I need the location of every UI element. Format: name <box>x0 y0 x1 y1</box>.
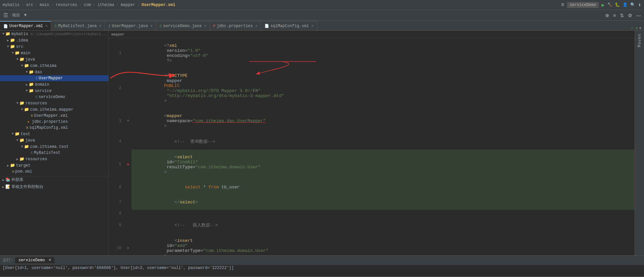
tree-mybatistest[interactable]: C MyBatisTest <box>0 150 108 156</box>
folder-icon-java-main: 📁 <box>19 57 24 62</box>
close-tab-4[interactable]: × <box>204 24 206 28</box>
toolbar-menu-icon[interactable]: ▼ <box>22 13 29 18</box>
breadcrumb-com[interactable]: com <box>84 3 91 7</box>
tree-pom[interactable]: m pom.xml <box>0 169 108 175</box>
folder-icon-java-test: 📁 <box>19 138 24 143</box>
tree-resources-test[interactable]: ▶ 📁 resources <box>0 156 108 162</box>
tree-main[interactable]: ▼ 📁 main <box>0 50 108 56</box>
file-icon-jdbc: 🔸 <box>26 120 31 124</box>
tree-resources[interactable]: ▼ 📁 resources <box>0 100 108 106</box>
tree-label-src: src <box>16 44 23 49</box>
list-btn[interactable]: ≡ <box>612 12 618 19</box>
tree-dao[interactable]: ▼ 📁 dao <box>0 69 108 75</box>
run-tab-label: serviceDemo <box>18 258 45 263</box>
tab-jdbc-properties[interactable]: P jdbc.properties × <box>210 21 261 30</box>
line-num-4: 4 <box>109 133 125 150</box>
line-content-5: <select id="findAll" resultType="com.ith… <box>131 150 635 180</box>
tree-scratch[interactable]: ▶ 📝 草稿文件和控制台 <box>0 183 108 190</box>
tab-mybatistest-java[interactable]: C MyBatisTest.java × <box>51 21 105 30</box>
file-tabs: 📄 UserMapper.xml × C MyBatisTest.java × … <box>0 21 644 31</box>
breadcrumb-resources[interactable]: resources <box>56 3 77 7</box>
close-tab-6[interactable]: × <box>311 24 314 28</box>
arrow-domain: ▶ <box>26 83 28 87</box>
tree-usermapper-xml[interactable]: X UserMapper.xml <box>0 113 108 119</box>
build-icon[interactable]: 🔨 <box>607 2 612 7</box>
tree-com-itheima[interactable]: ▼ 📁 com.itheima <box>0 63 108 69</box>
debug-icon[interactable]: 🐛 <box>615 2 620 7</box>
update-icon[interactable]: ⬆ <box>638 2 641 8</box>
tree-label-java-test: java <box>25 138 35 143</box>
collapse-btn[interactable]: — <box>635 12 643 19</box>
line-content-6: select * from tb_user <box>131 180 635 195</box>
tree-java-main[interactable]: ▼ 📁 java <box>0 56 108 63</box>
tree-com-ithiema-test[interactable]: ▼ 📁 com.ithiema.test <box>0 144 108 150</box>
sort-btn[interactable]: ⇅ <box>618 12 626 19</box>
tree-label-usermapper: UserMapper <box>39 76 63 81</box>
close-tab-2[interactable]: × <box>99 24 101 28</box>
add-btn[interactable]: ⊕ <box>604 12 611 19</box>
code-editor[interactable]: 1 <?xml version="1.0" encoding="utf-8" ?… <box>109 38 635 255</box>
line-num-7: 7 <box>109 195 125 210</box>
arrow-src: ▼ <box>7 45 9 49</box>
tree-label-resources: resources <box>25 101 47 106</box>
line-content-10: <insert id="add" parameterType="com.ithe… <box>131 233 635 255</box>
sep4: › <box>79 3 82 7</box>
menu-icon-1[interactable]: ≡ <box>561 2 564 8</box>
breadcrumb-file[interactable]: UserMapper.xml <box>141 3 175 7</box>
tree-external-libs[interactable]: ▶ 📚 外部库 <box>0 176 108 183</box>
breadcrumb-main[interactable]: main <box>39 3 49 7</box>
line-num-1: 1 <box>109 38 125 68</box>
file-icon-usermapper: I <box>35 76 38 80</box>
tab-sqlmapconfig-xml[interactable]: 📄 sqlMapConfig.xml × <box>261 21 317 30</box>
tree-label-com-ithiema-test: com.ithiema.test <box>30 145 69 149</box>
breadcrumb-mapper[interactable]: mapper <box>121 3 135 7</box>
code-line-5: 5 ▼ <select id="findAll" resultType="com… <box>109 150 635 180</box>
xml-icon-6: 📄 <box>264 24 269 28</box>
xml-icon-1: 📄 <box>3 24 8 28</box>
tree-domain[interactable]: ▶ 📁 domain <box>0 81 108 88</box>
close-tab-1[interactable]: × <box>45 24 48 28</box>
tree-label-com-itheima: com.itheima <box>30 64 57 68</box>
run-tab-close[interactable]: × <box>49 258 51 263</box>
tree-sqlmapconfig[interactable]: X sqlMapConfig.xml <box>0 125 108 131</box>
line-content-9: <!-- 插入数据--> <box>131 217 635 233</box>
tree-java-test[interactable]: ▼ 📁 java <box>0 137 108 144</box>
tree-idea[interactable]: ▶ 📁 .idea <box>0 37 108 43</box>
breadcrumb-src[interactable]: src <box>26 3 33 7</box>
tree-target[interactable]: ▶ 📁 target <box>0 162 108 169</box>
gutter-10: ▼ <box>125 233 131 255</box>
search-icon[interactable]: 🔍 <box>630 2 635 7</box>
breadcrumb-itheima[interactable]: itheima <box>97 3 114 7</box>
run-tab-servicedemo[interactable]: serviceDemo × <box>15 257 55 263</box>
close-tab-5[interactable]: × <box>255 24 257 28</box>
code-line-3: 3 ▼ <mapper namespace="com.itheima.dao.U… <box>109 108 635 133</box>
settings-btn[interactable]: ⚙ <box>626 12 634 19</box>
run-button[interactable]: ▶ <box>602 2 605 8</box>
tab-error-count: ✓ 4 <box>631 26 638 30</box>
maven-label[interactable]: Maven <box>637 33 642 47</box>
tree-root-mybatis[interactable]: ▼ 📁 mybatis D:\javaweb\javaEEProjects\my… <box>0 31 108 37</box>
tab-label-5: jdbc.properties <box>217 24 253 28</box>
tab-usermapper-xml[interactable]: 📄 UserMapper.xml × <box>0 21 51 30</box>
tree-test[interactable]: ▼ 📁 test <box>0 131 108 137</box>
tree-label-mybatis: mybatis <box>11 32 28 36</box>
tree-jdbc-properties[interactable]: 🔸 jdbc.properties <box>0 119 108 125</box>
tab-servicedemo-java[interactable]: C serviceDemo.java × <box>156 21 210 30</box>
tree-src[interactable]: ▼ 📁 src <box>0 43 108 50</box>
gutter-8 <box>125 210 131 217</box>
profile-icon[interactable]: 👤 <box>623 2 628 7</box>
code-line-8: 8 <box>109 210 635 217</box>
tree-usermapper[interactable]: I UserMapper <box>0 75 108 81</box>
close-tab-3[interactable]: × <box>150 24 153 28</box>
tree-service[interactable]: ▼ 📁 service <box>0 88 108 94</box>
tab-usermapper-java[interactable]: I UserMapper.java × <box>105 21 156 30</box>
tab-expand-btn[interactable]: ▼ <box>639 26 641 30</box>
tree-com-itheima-mapper[interactable]: ▼ 📁 com.itheima.mapper <box>0 106 108 113</box>
tree-label-com-itheima-mapper: com.itheima.mapper <box>30 107 74 112</box>
project-dropdown[interactable]: serviceDemo <box>567 2 599 8</box>
breadcrumb-mybatis[interactable]: mybatis <box>3 3 19 7</box>
tree-servicedemo[interactable]: C serviceDemo <box>0 94 108 100</box>
gutter-1 <box>125 38 131 68</box>
sidebar-toggle[interactable]: ☰ <box>1 12 10 19</box>
line-num-9: 9 <box>109 217 125 233</box>
